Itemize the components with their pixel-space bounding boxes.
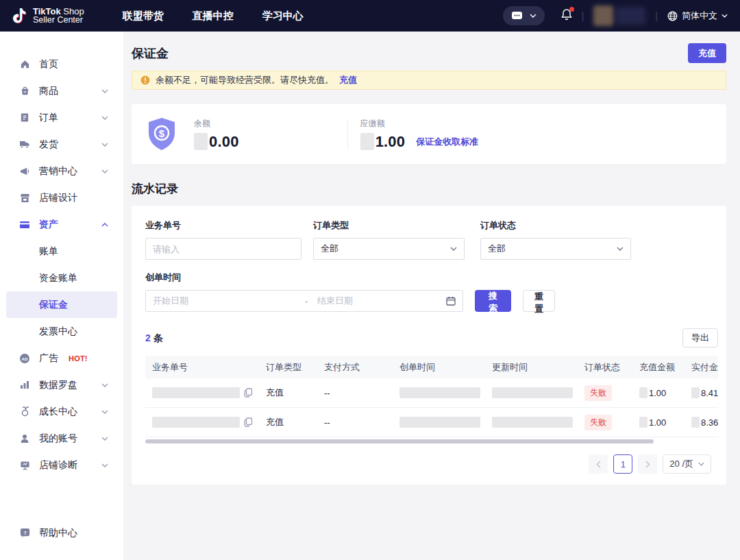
order-no-input[interactable] <box>153 244 294 254</box>
sidebar-item-bills[interactable]: 账单 <box>0 238 123 265</box>
date-range-picker[interactable]: 开始日期 - 结束日期 <box>145 290 463 312</box>
section-title-records: 流水记录 <box>132 181 726 197</box>
redacted-order-no <box>152 417 240 428</box>
nav-affiliate[interactable]: 联盟带货 <box>123 10 164 23</box>
sidebar-item-analytics[interactable]: 数据罗盘 <box>0 372 123 398</box>
sidebar-item-ads[interactable]: AD 广告 HOT! <box>0 345 123 372</box>
sidebar-item-home[interactable]: 首页 <box>0 51 123 77</box>
copy-icon[interactable] <box>244 417 253 427</box>
sidebar-item-label: 广告 <box>39 352 58 365</box>
cell-order-type: 充值 <box>260 416 319 428</box>
alert-recharge-link[interactable]: 充值 <box>339 74 357 86</box>
cell-order-type: 充值 <box>260 387 319 399</box>
copy-icon[interactable] <box>244 388 253 398</box>
recharge-button[interactable]: 充值 <box>688 43 726 63</box>
tiktok-shop-logo[interactable]: TikTok Shop Seller Center <box>12 7 84 25</box>
globe-icon <box>667 11 678 21</box>
col-header-pay-method: 支付方式 <box>319 361 394 374</box>
col-header-order-status: 订单状态 <box>579 361 634 374</box>
next-page-button[interactable] <box>638 454 657 474</box>
cell-pay-method: -- <box>319 417 394 428</box>
search-button[interactable]: 搜索 <box>475 290 511 312</box>
sidebar-item-invoice-center[interactable]: 发票中心 <box>0 318 123 345</box>
order-status-value: 全部 <box>488 243 506 255</box>
sidebar-item-shop-design[interactable]: 店铺设计 <box>0 184 123 211</box>
pagination: 1 20 /页 <box>145 454 718 474</box>
sidebar-item-shipping[interactable]: 发货 <box>0 131 123 158</box>
balance-value: 0.00 <box>209 133 239 151</box>
chevron-down-icon <box>101 143 108 147</box>
svg-text:$: $ <box>159 127 165 138</box>
sidebar-item-label: 我的账号 <box>39 433 77 445</box>
notifications-bell[interactable] <box>561 8 572 23</box>
order-no-field <box>145 238 301 260</box>
create-time-label: 创单时间 <box>145 271 718 284</box>
col-header-paid-amount: 实付金 <box>686 361 718 374</box>
horizontal-scrollbar[interactable] <box>145 439 654 443</box>
record-count-unit: 条 <box>153 332 163 343</box>
help-icon: ? <box>19 528 30 539</box>
cell-pay-method: -- <box>319 388 394 398</box>
sidebar-item-label: 资金账单 <box>39 272 77 284</box>
export-button[interactable]: 导出 <box>682 328 718 348</box>
col-header-order-type: 订单类型 <box>260 361 319 374</box>
sidebar-item-growth-center[interactable]: 成长中心 <box>0 398 123 425</box>
main-content: 保证金 充值 余额不足，可能导致经营受限。请尽快充值。 充值 $ 余额 0.00 <box>123 32 740 560</box>
deposit-standard-link[interactable]: 保证金收取标准 <box>416 136 478 148</box>
redacted-currency-symbol <box>639 417 648 428</box>
cell-recharge-amount: 1.00 <box>649 417 666 428</box>
svg-text:?: ? <box>23 530 27 536</box>
redacted-update-time <box>492 387 573 398</box>
sidebar-item-help-center[interactable]: ? 帮助中心 <box>0 520 123 546</box>
order-document-icon <box>19 112 30 123</box>
sidebar-item-deposit-active[interactable]: 保证金 <box>6 291 117 318</box>
sidebar-item-label: 账单 <box>39 245 58 258</box>
page-size-select[interactable]: 20 /页 <box>663 454 711 474</box>
topbar: TikTok Shop Seller Center 联盟带货 直播中控 学习中心… <box>0 0 740 32</box>
page-title: 保证金 <box>132 45 169 62</box>
cell-paid-amount: 8.36 <box>701 417 718 428</box>
chevron-down-icon <box>101 89 108 93</box>
order-type-value: 全部 <box>321 243 338 255</box>
nav-learning-center[interactable]: 学习中心 <box>262 10 304 23</box>
sidebar-item-my-account[interactable]: 我的账号 <box>0 425 123 452</box>
reset-button[interactable]: 重置 <box>523 290 555 312</box>
logo-text: TikTok Shop Seller Center <box>33 7 84 25</box>
table-header-row: 业务单号 订单类型 支付方式 创单时间 更新时间 订单状态 充值金额 实付金 <box>145 356 718 378</box>
sidebar-item-orders[interactable]: 订单 <box>0 104 123 131</box>
prev-page-button[interactable] <box>589 454 608 474</box>
sidebar-item-label: 保证金 <box>39 299 68 311</box>
user-account-blurred[interactable] <box>593 4 645 27</box>
medal-icon <box>19 406 30 417</box>
redacted-currency-symbol <box>691 417 700 428</box>
redacted-order-no <box>152 387 240 398</box>
sidebar-item-funds-statement[interactable]: 资金账单 <box>0 265 123 291</box>
col-header-create-time: 创单时间 <box>394 361 486 374</box>
chevron-down-icon <box>101 383 108 387</box>
warning-icon <box>140 75 150 85</box>
home-icon <box>19 59 30 70</box>
notification-dot <box>569 7 574 12</box>
order-type-label: 订单类型 <box>313 219 465 232</box>
product-bag-icon <box>19 86 30 97</box>
records-table: 业务单号 订单类型 支付方式 创单时间 更新时间 订单状态 充值金额 实付金 充… <box>145 356 718 443</box>
sidebar-item-label: 数据罗盘 <box>39 379 77 391</box>
messages-dropdown[interactable] <box>503 6 545 25</box>
cell-paid-amount: 8.41 <box>701 388 718 398</box>
sidebar-item-shop-diagnosis[interactable]: 店铺诊断 <box>0 452 123 478</box>
sidebar-item-marketing[interactable]: 营销中心 <box>0 158 123 184</box>
chevron-down-icon <box>722 14 728 18</box>
current-page-button[interactable]: 1 <box>613 454 632 474</box>
sidebar-item-label: 发货 <box>39 138 58 151</box>
nav-live-center[interactable]: 直播中控 <box>193 10 234 23</box>
order-type-select[interactable]: 全部 <box>313 238 465 260</box>
order-status-select[interactable]: 全部 <box>480 238 631 260</box>
sidebar-item-products[interactable]: 商品 <box>0 77 123 104</box>
sidebar-item-label: 营销中心 <box>39 165 77 178</box>
credit-card-icon <box>19 219 30 230</box>
sidebar-item-assets[interactable]: 资产 <box>0 211 123 238</box>
language-selector[interactable]: 简体中文 <box>667 10 728 22</box>
chevron-down-icon <box>530 14 536 18</box>
divider: | <box>655 10 658 21</box>
divider <box>347 119 348 149</box>
